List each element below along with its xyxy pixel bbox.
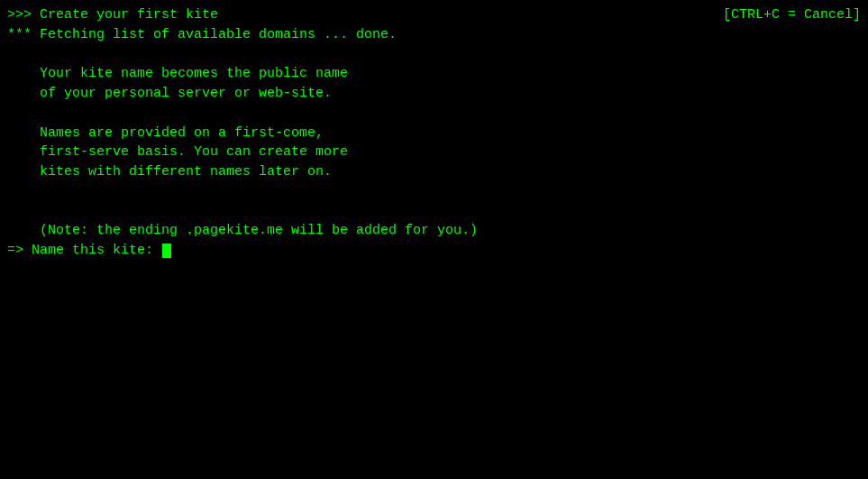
note-text: (Note: the ending .pagekite.me will be a…	[7, 221, 478, 241]
input-line[interactable]: => Name this kite:	[7, 241, 861, 261]
empty-line-4	[7, 202, 861, 222]
kite-name-text-1: Your kite name becomes the public name	[7, 64, 348, 84]
kite-name-line-1: Your kite name becomes the public name	[7, 64, 861, 84]
header-cancel: [CTRL+C = Cancel]	[723, 5, 861, 25]
kite-name-line-2: of your personal server or web-site.	[7, 84, 861, 104]
header-title: >>> Create your first kite	[7, 5, 218, 25]
input-prompt: =>	[7, 241, 32, 261]
header-line: >>> Create your first kite [CTRL+C = Can…	[7, 5, 861, 25]
names-line-2: first-serve basis. You can create more	[7, 143, 861, 162]
note-line: (Note: the ending .pagekite.me will be a…	[7, 221, 861, 241]
terminal: >>> Create your first kite [CTRL+C = Can…	[0, 0, 868, 479]
empty-line-3	[7, 182, 861, 202]
empty-line-2	[7, 104, 861, 124]
fetching-text: *** Fetching list of available domains .…	[7, 25, 397, 45]
names-line-3: kites with different names later on.	[7, 162, 861, 182]
names-text-2: first-serve basis. You can create more	[7, 143, 348, 162]
kite-name-text-2: of your personal server or web-site.	[7, 84, 332, 104]
names-line-1: Names are provided on a first-come,	[7, 124, 861, 143]
names-text-1: Names are provided on a first-come,	[7, 124, 324, 143]
names-text-3: kites with different names later on.	[7, 162, 332, 182]
input-label: Name this kite:	[32, 241, 161, 261]
cursor	[162, 244, 171, 259]
fetching-line: *** Fetching list of available domains .…	[7, 25, 861, 45]
empty-line-1	[7, 45, 861, 65]
